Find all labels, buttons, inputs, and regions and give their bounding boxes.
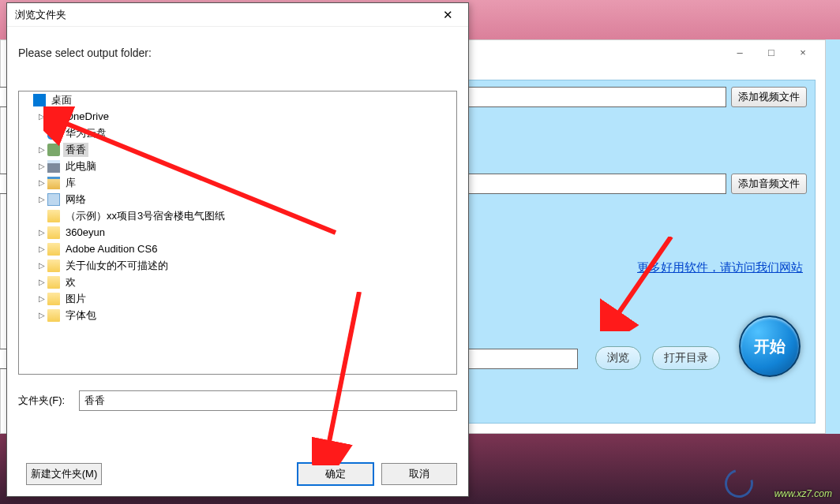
lib-icon [47,177,60,189]
folder-icon [47,259,60,272]
user-icon [47,144,60,156]
dialog-prompt: Please select output folder: [7,27,468,67]
dialog-close-button[interactable]: ✕ [432,6,463,24]
tree-item[interactable]: ▷关于仙女的不可描述的 [19,257,456,274]
tree-item[interactable]: ▷Adobe Audition CS6 [19,241,456,257]
tree-item-label: 华为云盘 [63,126,109,140]
tree-item[interactable]: ▷欢 [19,274,456,290]
dialog-titlebar: 浏览文件夹 ✕ [7,3,468,27]
folder-name-input[interactable] [79,390,457,411]
folder-field-label: 文件夹(F): [18,394,65,408]
minimize-button[interactable]: – [724,43,756,62]
maximize-button[interactable]: □ [756,43,787,62]
expand-icon[interactable]: ▷ [36,162,47,170]
add-audio-button[interactable]: 添加音频文件 [731,174,807,194]
expand-icon[interactable]: ▷ [36,145,47,154]
folder-tree[interactable]: 桌面▷OneDrive华为云盘▷香香▷此电脑▷库▷网络（示例）xx项目3号宿舍楼… [18,91,457,375]
watermark-text: www.xz7.com [774,488,832,499]
tree-item[interactable]: ▷图片 [19,290,456,307]
tree-item-label: （示例）xx项目3号宿舍楼电气图纸 [63,209,227,223]
more-software-link[interactable]: 更多好用软件，请访问我们网站 [637,260,803,275]
tree-item-label: 桌面 [49,93,74,107]
tree-item-label: OneDrive [63,110,111,122]
browse-button[interactable]: 浏览 [595,346,641,370]
expand-icon[interactable]: ▷ [36,112,47,121]
tree-item-label: 360eyun [63,226,107,238]
desktop-icon [33,94,46,106]
close-app-button[interactable]: × [787,43,819,62]
tree-item[interactable]: （示例）xx项目3号宿舍楼电气图纸 [19,207,456,224]
tree-item-label: 图片 [63,292,88,306]
ok-button[interactable]: 确定 [298,463,373,485]
browse-folder-dialog: 浏览文件夹 ✕ Please select output folder: 桌面▷… [6,2,469,497]
folder-icon [47,226,60,239]
expand-icon[interactable]: ▷ [36,278,47,286]
tree-item[interactable]: ▷网络 [19,191,456,207]
tree-item[interactable]: 华为云盘 [19,125,456,141]
expand-icon[interactable]: ▷ [36,245,47,253]
expand-icon[interactable]: ▷ [36,178,47,187]
dialog-title: 浏览文件夹 [15,8,66,22]
cancel-button[interactable]: 取消 [381,463,457,485]
tree-item[interactable]: 桌面 [19,91,456,108]
tree-item[interactable]: ▷OneDrive [19,108,456,125]
tree-item-label: 关于仙女的不可描述的 [63,259,171,273]
folder-icon [47,243,60,256]
onedrive-icon [47,110,60,123]
expand-icon[interactable]: ▷ [36,261,47,270]
folder-icon [47,293,60,305]
tree-item[interactable]: ▷库 [19,174,456,191]
expand-icon[interactable]: ▷ [36,294,47,303]
pc-icon [47,160,60,173]
net-icon [47,193,60,206]
expand-icon[interactable]: ▷ [36,195,47,203]
folder-icon [47,210,60,222]
start-button[interactable]: 开始 [739,315,801,377]
tree-item-label: 库 [63,176,78,190]
tree-item[interactable]: ▷此电脑 [19,158,456,174]
tree-item-label: 字体包 [63,308,99,323]
tree-item-label: 此电脑 [63,159,99,174]
folder-icon [47,309,60,322]
tree-item[interactable]: ▷香香 [19,141,456,158]
huawei-icon [47,127,60,140]
tree-item-label: 网络 [63,192,88,207]
tree-item[interactable]: ▷字体包 [19,307,456,323]
folder-icon [47,276,60,289]
tree-item-label: 香香 [63,143,88,157]
tree-item-label: 欢 [63,275,78,289]
expand-icon[interactable]: ▷ [36,228,47,237]
open-dir-button[interactable]: 打开目录 [652,346,720,370]
new-folder-button[interactable]: 新建文件夹(M) [26,463,102,485]
add-video-button[interactable]: 添加视频文件 [731,87,807,107]
tree-item[interactable]: ▷360eyun [19,224,456,241]
tree-item-label: Adobe Audition CS6 [63,243,159,255]
expand-icon[interactable]: ▷ [36,311,47,319]
